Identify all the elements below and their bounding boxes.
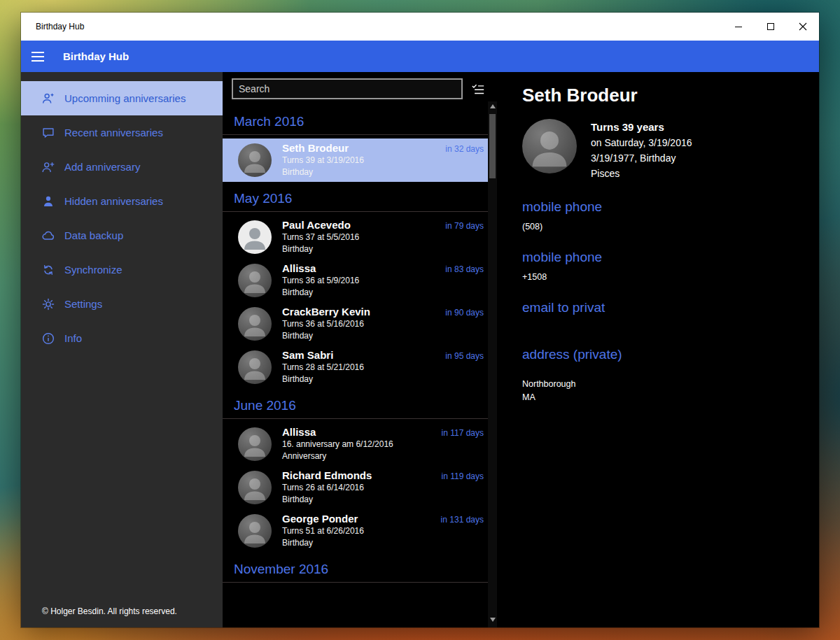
anniversary-type: Birthday	[282, 243, 484, 255]
window-controls	[722, 13, 819, 41]
sidebar-item-label: Recent anniversaries	[64, 127, 163, 138]
anniversary-detail: 16. anniversary am 6/12/2016	[282, 439, 484, 450]
list-scrollbar[interactable]	[488, 101, 497, 627]
person-icon	[41, 194, 56, 209]
avatar	[238, 350, 272, 384]
copyright-text: © Holger Besdin. All rights reserved.	[42, 606, 177, 616]
window-titlebar[interactable]: Birthday Hub	[21, 13, 819, 41]
cloud-icon	[41, 228, 56, 243]
sidebar-item-label: Info	[64, 332, 82, 344]
anniversary-detail: Turns 28 at 5/21/2016	[282, 362, 484, 374]
scrollbar-thumb[interactable]	[489, 114, 496, 178]
anniversary-list-item[interactable]: Richard Edmonds Turns 26 at 6/14/2016 Bi…	[223, 466, 488, 509]
sidebar-item-data-backup[interactable]: Data backup	[21, 218, 223, 253]
anniversary-list-item[interactable]: Seth Brodeur Turns 39 at 3/19/2016 Birth…	[223, 138, 488, 182]
avatar	[238, 264, 272, 297]
hamburger-menu-button[interactable]	[21, 41, 55, 72]
anniversary-type: Birthday	[282, 166, 484, 178]
search-input[interactable]	[232, 78, 463, 99]
birthdate-text: 3/19/1977, Birthday	[591, 150, 692, 166]
anniversary-type: Birthday	[282, 330, 484, 342]
detail-avatar	[522, 119, 577, 173]
days-until-badge: in 83 days	[445, 264, 484, 274]
address-city: Northborough	[522, 378, 805, 391]
close-button[interactable]	[787, 13, 819, 41]
maximize-button[interactable]	[755, 13, 787, 41]
anniversary-list-item[interactable]: George Ponder Turns 51 at 6/26/2016 Birt…	[223, 509, 488, 553]
month-group-header[interactable]: November 2016	[223, 553, 488, 583]
anniversary-type: Birthday	[282, 287, 484, 299]
anniversary-detail: Turns 36 at 5/9/2016	[282, 275, 484, 287]
anniversary-detail: Turns 39 at 3/19/2016	[282, 155, 484, 166]
maximize-icon	[766, 22, 775, 31]
sidebar-item-label: Synchronize	[64, 264, 122, 276]
anniversary-detail: Turns 37 at 5/5/2016	[282, 232, 484, 243]
chat-icon	[41, 125, 56, 141]
scroll-up-button[interactable]	[488, 101, 497, 111]
days-until-badge: in 90 days	[445, 308, 484, 318]
sidebar-item-upcoming-anniversaries[interactable]: Upcomming anniversaries	[21, 81, 223, 115]
anniversary-list-item[interactable]: Sam Sabri Turns 28 at 5/21/2016 Birthday…	[223, 346, 488, 389]
mobile-phone-link-1[interactable]: mobile phone	[522, 199, 805, 215]
anniversary-list-item[interactable]: CrackBerry Kevin Turns 36 at 5/16/2016 B…	[223, 302, 488, 346]
app-header: Birthday Hub	[21, 41, 819, 72]
days-until-badge: in 117 days	[442, 428, 484, 438]
sidebar-item-recent-anniversaries[interactable]: Recent anniversaries	[21, 115, 223, 150]
sidebar-item-label: Hidden anniversaries	[64, 195, 163, 207]
anniversary-type: Birthday	[282, 537, 484, 549]
days-until-badge: in 131 days	[441, 515, 484, 525]
detail-pane: Seth Brodeur Turns 39 years on Saturday,…	[497, 72, 819, 627]
avatar	[238, 143, 272, 177]
anniversary-list-item[interactable]: Allissa Turns 36 at 5/9/2016 Birthday in…	[223, 259, 488, 302]
sidebar-item-add-anniversary[interactable]: Add anniversary	[21, 150, 223, 184]
zodiac-text: Pisces	[591, 166, 692, 181]
avatar	[238, 307, 272, 341]
anniversary-list: March 2016 Seth Brodeur Turns 39 at 3/19…	[223, 105, 488, 627]
app-window: Birthday Hub Birthday Hub	[21, 13, 819, 627]
gear-icon	[41, 297, 56, 312]
days-until-badge: in 119 days	[442, 471, 484, 481]
avatar	[238, 220, 272, 254]
turns-years-text: Turns 39 years	[591, 120, 692, 135]
search-row	[223, 72, 497, 105]
phone-value-1: (508)	[522, 222, 805, 232]
anniversary-type: Anniversary	[282, 450, 484, 462]
sidebar-item-hidden-anniversaries[interactable]: Hidden anniversaries	[21, 184, 223, 218]
scroll-down-button[interactable]	[488, 615, 497, 625]
close-icon	[799, 22, 807, 31]
person-star-icon	[41, 91, 56, 106]
anniversary-detail: Turns 26 at 6/14/2016	[282, 482, 484, 494]
filter-button[interactable]	[470, 80, 486, 97]
month-group-header[interactable]: March 2016	[223, 105, 488, 135]
sidebar-item-settings[interactable]: Settings	[21, 287, 223, 321]
triangle-up-icon	[490, 104, 496, 108]
detail-person-name: Seth Brodeur	[522, 85, 805, 106]
window-title: Birthday Hub	[21, 22, 84, 31]
anniversary-list-item[interactable]: Allissa 16. anniversary am 6/12/2016 Ann…	[223, 422, 488, 466]
sidebar-item-info[interactable]: Info	[21, 321, 223, 355]
minimize-button[interactable]	[722, 13, 755, 41]
sidebar-item-label: Data backup	[64, 229, 123, 241]
month-group-header[interactable]: June 2016	[223, 389, 488, 419]
days-until-badge: in 32 days	[445, 144, 484, 154]
hamburger-icon	[31, 52, 44, 53]
sync-icon	[41, 262, 56, 278]
anniversary-type: Birthday	[282, 374, 484, 385]
avatar	[238, 427, 272, 461]
email-link[interactable]: email to privat	[522, 300, 805, 315]
anniversary-list-item[interactable]: Paul Acevedo Turns 37 at 5/5/2016 Birthd…	[223, 215, 488, 259]
sidebar-item-synchronize[interactable]: Synchronize	[21, 253, 223, 287]
detail-header: Turns 39 years on Saturday, 3/19/2016 3/…	[522, 119, 805, 181]
address-link[interactable]: address (private)	[522, 347, 805, 362]
anniversary-detail: Turns 51 at 6/26/2016	[282, 525, 484, 537]
date-text: on Saturday, 3/19/2016	[591, 135, 692, 150]
sidebar-item-label: Add anniversary	[64, 161, 140, 173]
address-block: Northborough MA	[522, 378, 805, 404]
sidebar: Upcomming anniversaries Recent anniversa…	[21, 72, 223, 627]
minimize-icon	[734, 22, 743, 31]
anniversary-list-pane: March 2016 Seth Brodeur Turns 39 at 3/19…	[223, 72, 497, 627]
month-group-header[interactable]: May 2016	[223, 182, 488, 212]
sidebar-item-label: Upcomming anniversaries	[64, 92, 186, 104]
anniversary-type: Birthday	[282, 494, 484, 506]
mobile-phone-link-2[interactable]: mobile phone	[522, 250, 805, 265]
